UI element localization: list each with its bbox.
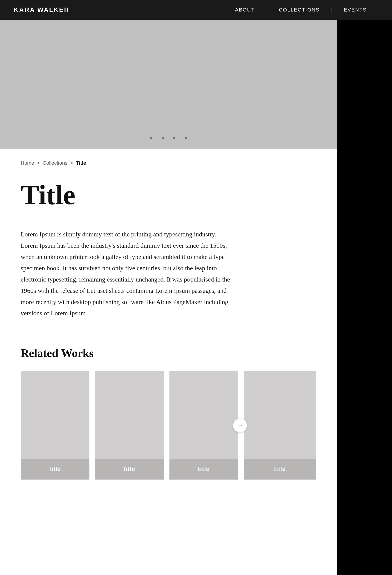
breadcrumb-home[interactable]: Home xyxy=(21,160,34,166)
breadcrumb-sep-1: > xyxy=(37,160,40,166)
work-card-title-1: title xyxy=(49,466,61,473)
nav-link-about[interactable]: ABOUT xyxy=(224,7,266,13)
page-title-section: Title xyxy=(0,173,337,222)
work-card-label-4: title xyxy=(244,459,316,479)
related-works-title: Related Works xyxy=(21,346,316,360)
nav-link-collections[interactable]: COLLECTIONS xyxy=(267,7,331,13)
work-card-image-1 xyxy=(21,371,90,459)
slide-dot-2[interactable] xyxy=(162,137,164,139)
related-works-section: Related Works title title title → xyxy=(0,337,337,498)
slide-dot-1[interactable] xyxy=(150,137,152,139)
work-card-4[interactable]: title xyxy=(244,371,316,479)
work-card-title-4: title xyxy=(274,466,286,473)
work-card-image-3 xyxy=(169,371,238,459)
nav-logo[interactable]: KARA WALKER xyxy=(14,6,69,14)
work-card-1[interactable]: title xyxy=(21,371,90,479)
breadcrumb: Home > Collections > Title xyxy=(0,149,337,173)
slide-dot-3[interactable] xyxy=(173,137,175,139)
work-card-2[interactable]: title xyxy=(95,371,164,479)
work-card-label-3: title xyxy=(169,459,238,479)
nav-links: ABOUT | COLLECTIONS | EVENTS xyxy=(224,7,378,13)
hero-slideshow xyxy=(0,20,337,149)
page-title: Title xyxy=(21,180,316,210)
slide-dot-4[interactable] xyxy=(184,137,187,139)
breadcrumb-sep-2: > xyxy=(70,160,73,166)
work-card-label-1: title xyxy=(21,459,90,479)
breadcrumb-current: Title xyxy=(76,160,86,166)
slideshow-dots xyxy=(150,137,187,139)
work-card-3[interactable]: title xyxy=(169,371,238,479)
page-description: Lorem Ipsum is simply dummy text of the … xyxy=(21,229,232,319)
description-section: Lorem Ipsum is simply dummy text of the … xyxy=(0,222,337,337)
breadcrumb-collections[interactable]: Collections xyxy=(43,160,68,166)
work-card-image-2 xyxy=(95,371,164,459)
next-arrow-button[interactable]: → xyxy=(233,419,247,432)
work-card-image-4 xyxy=(244,371,316,459)
works-grid: title title title → title xyxy=(21,371,316,479)
work-card-title-3: title xyxy=(198,466,210,473)
work-card-title-2: title xyxy=(123,466,135,473)
nav-link-events[interactable]: EVENTS xyxy=(332,7,378,13)
arrow-icon: → xyxy=(237,422,243,429)
navigation: KARA WALKER ABOUT | COLLECTIONS | EVENTS xyxy=(0,0,392,20)
work-card-label-2: title xyxy=(95,459,164,479)
right-panel xyxy=(337,0,392,575)
